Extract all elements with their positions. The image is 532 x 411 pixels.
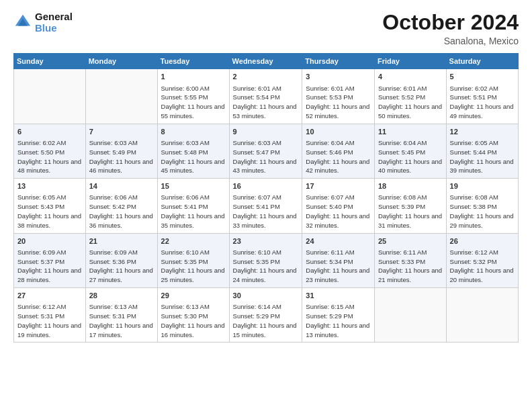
calendar-cell: 18Sunrise: 6:08 AMSunset: 5:39 PMDayligh…	[374, 179, 446, 233]
day-info: Sunrise: 6:07 AMSunset: 5:40 PMDaylight:…	[306, 193, 371, 230]
calendar-cell: 4Sunrise: 6:01 AMSunset: 5:52 PMDaylight…	[374, 69, 446, 124]
day-info: Sunrise: 6:08 AMSunset: 5:38 PMDaylight:…	[450, 193, 515, 230]
calendar-cell: 28Sunrise: 6:13 AMSunset: 5:31 PMDayligh…	[85, 288, 157, 342]
calendar-cell: 21Sunrise: 6:09 AMSunset: 5:36 PMDayligh…	[85, 233, 157, 287]
day-info: Sunrise: 6:03 AMSunset: 5:47 PMDaylight:…	[233, 138, 299, 175]
calendar-cell: 13Sunrise: 6:05 AMSunset: 5:43 PMDayligh…	[14, 179, 86, 233]
day-info: Sunrise: 6:13 AMSunset: 5:30 PMDaylight:…	[161, 302, 226, 339]
day-number: 20	[17, 236, 82, 246]
calendar-cell: 24Sunrise: 6:11 AMSunset: 5:34 PMDayligh…	[302, 233, 375, 287]
day-info: Sunrise: 6:00 AMSunset: 5:55 PMDaylight:…	[161, 84, 226, 121]
calendar-cell: 3Sunrise: 6:01 AMSunset: 5:53 PMDaylight…	[302, 69, 375, 124]
calendar-cell: 31Sunrise: 6:15 AMSunset: 5:29 PMDayligh…	[302, 288, 375, 342]
weekday-header-row: Sunday Monday Tuesday Wednesday Thursday…	[14, 54, 519, 69]
day-info: Sunrise: 6:13 AMSunset: 5:31 PMDaylight:…	[89, 302, 154, 339]
day-info: Sunrise: 6:06 AMSunset: 5:41 PMDaylight:…	[161, 193, 226, 230]
day-number: 8	[161, 127, 226, 137]
header-saturday: Saturday	[446, 54, 518, 69]
day-number: 23	[233, 236, 299, 246]
day-number: 7	[89, 127, 154, 137]
day-info: Sunrise: 6:08 AMSunset: 5:39 PMDaylight:…	[378, 193, 443, 230]
day-info: Sunrise: 6:03 AMSunset: 5:48 PMDaylight:…	[161, 138, 226, 175]
location: Sanalona, Mexico	[382, 36, 519, 46]
day-info: Sunrise: 6:01 AMSunset: 5:53 PMDaylight:…	[306, 84, 371, 121]
calendar-cell: 10Sunrise: 6:04 AMSunset: 5:46 PMDayligh…	[302, 124, 375, 178]
day-info: Sunrise: 6:05 AMSunset: 5:43 PMDaylight:…	[17, 193, 82, 230]
day-info: Sunrise: 6:10 AMSunset: 5:35 PMDaylight:…	[233, 248, 299, 285]
calendar-cell	[446, 288, 518, 342]
day-info: Sunrise: 6:04 AMSunset: 5:46 PMDaylight:…	[306, 138, 371, 175]
calendar-cell: 6Sunrise: 6:02 AMSunset: 5:50 PMDaylight…	[14, 124, 86, 178]
calendar-cell: 29Sunrise: 6:13 AMSunset: 5:30 PMDayligh…	[157, 288, 229, 342]
calendar-cell: 5Sunrise: 6:02 AMSunset: 5:51 PMDaylight…	[446, 69, 518, 124]
day-number: 22	[161, 236, 226, 246]
day-info: Sunrise: 6:06 AMSunset: 5:42 PMDaylight:…	[89, 193, 154, 230]
header-sunday: Sunday	[14, 54, 86, 69]
day-number: 29	[161, 291, 226, 301]
logo: General Blue	[13, 11, 73, 34]
day-info: Sunrise: 6:02 AMSunset: 5:50 PMDaylight:…	[17, 138, 82, 175]
day-number: 27	[17, 291, 82, 301]
header-friday: Friday	[374, 54, 446, 69]
logo-text-blue: Blue	[35, 22, 73, 34]
calendar-cell: 17Sunrise: 6:07 AMSunset: 5:40 PMDayligh…	[302, 179, 375, 233]
calendar-cell: 14Sunrise: 6:06 AMSunset: 5:42 PMDayligh…	[85, 179, 157, 233]
day-number: 21	[89, 236, 154, 246]
day-number: 2	[233, 72, 299, 82]
day-number: 15	[161, 181, 226, 191]
day-number: 6	[17, 127, 82, 137]
calendar-cell: 9Sunrise: 6:03 AMSunset: 5:47 PMDaylight…	[229, 124, 302, 178]
month-title: October 2024	[382, 11, 519, 34]
calendar-cell: 30Sunrise: 6:14 AMSunset: 5:29 PMDayligh…	[229, 288, 302, 342]
calendar-cell: 7Sunrise: 6:03 AMSunset: 5:49 PMDaylight…	[85, 124, 157, 178]
calendar-table: Sunday Monday Tuesday Wednesday Thursday…	[13, 53, 519, 342]
week-row-2: 6Sunrise: 6:02 AMSunset: 5:50 PMDaylight…	[14, 124, 519, 178]
day-info: Sunrise: 6:11 AMSunset: 5:33 PMDaylight:…	[378, 248, 443, 285]
day-number: 30	[233, 291, 299, 301]
day-number: 5	[450, 72, 515, 82]
header: General Blue October 2024 Sanalona, Mexi…	[13, 11, 519, 46]
day-info: Sunrise: 6:11 AMSunset: 5:34 PMDaylight:…	[306, 248, 371, 285]
header-wednesday: Wednesday	[229, 54, 302, 69]
day-number: 11	[378, 127, 443, 137]
logo-icon	[13, 13, 32, 32]
day-info: Sunrise: 6:02 AMSunset: 5:51 PMDaylight:…	[450, 84, 515, 121]
calendar-cell: 2Sunrise: 6:01 AMSunset: 5:54 PMDaylight…	[229, 69, 302, 124]
day-info: Sunrise: 6:01 AMSunset: 5:52 PMDaylight:…	[378, 84, 443, 121]
day-info: Sunrise: 6:12 AMSunset: 5:32 PMDaylight:…	[450, 248, 515, 285]
day-number: 10	[306, 127, 371, 137]
calendar-cell: 8Sunrise: 6:03 AMSunset: 5:48 PMDaylight…	[157, 124, 229, 178]
calendar-cell: 19Sunrise: 6:08 AMSunset: 5:38 PMDayligh…	[446, 179, 518, 233]
day-number: 9	[233, 127, 299, 137]
day-info: Sunrise: 6:03 AMSunset: 5:49 PMDaylight:…	[89, 138, 154, 175]
calendar-cell: 26Sunrise: 6:12 AMSunset: 5:32 PMDayligh…	[446, 233, 518, 287]
day-number: 31	[306, 291, 371, 301]
day-info: Sunrise: 6:05 AMSunset: 5:44 PMDaylight:…	[450, 138, 515, 175]
calendar-cell: 1Sunrise: 6:00 AMSunset: 5:55 PMDaylight…	[157, 69, 229, 124]
day-number: 13	[17, 181, 82, 191]
calendar-cell: 11Sunrise: 6:04 AMSunset: 5:45 PMDayligh…	[374, 124, 446, 178]
day-info: Sunrise: 6:09 AMSunset: 5:37 PMDaylight:…	[17, 248, 82, 285]
calendar-cell	[85, 69, 157, 124]
day-info: Sunrise: 6:04 AMSunset: 5:45 PMDaylight:…	[378, 138, 443, 175]
day-info: Sunrise: 6:15 AMSunset: 5:29 PMDaylight:…	[306, 302, 371, 339]
day-number: 12	[450, 127, 515, 137]
logo-text-general: General	[35, 11, 73, 22]
day-info: Sunrise: 6:09 AMSunset: 5:36 PMDaylight:…	[89, 248, 154, 285]
calendar-cell: 20Sunrise: 6:09 AMSunset: 5:37 PMDayligh…	[14, 233, 86, 287]
day-info: Sunrise: 6:14 AMSunset: 5:29 PMDaylight:…	[233, 302, 299, 339]
day-number: 16	[233, 181, 299, 191]
week-row-1: 1Sunrise: 6:00 AMSunset: 5:55 PMDaylight…	[14, 69, 519, 124]
header-thursday: Thursday	[302, 54, 375, 69]
day-info: Sunrise: 6:01 AMSunset: 5:54 PMDaylight:…	[233, 84, 299, 121]
day-number: 17	[306, 181, 371, 191]
week-row-3: 13Sunrise: 6:05 AMSunset: 5:43 PMDayligh…	[14, 179, 519, 233]
calendar-cell	[14, 69, 86, 124]
day-info: Sunrise: 6:12 AMSunset: 5:31 PMDaylight:…	[17, 302, 82, 339]
title-block: October 2024 Sanalona, Mexico	[382, 11, 519, 46]
week-row-4: 20Sunrise: 6:09 AMSunset: 5:37 PMDayligh…	[14, 233, 519, 287]
calendar-header: Sunday Monday Tuesday Wednesday Thursday…	[14, 54, 519, 69]
calendar-cell: 25Sunrise: 6:11 AMSunset: 5:33 PMDayligh…	[374, 233, 446, 287]
calendar-cell: 12Sunrise: 6:05 AMSunset: 5:44 PMDayligh…	[446, 124, 518, 178]
day-number: 19	[450, 181, 515, 191]
